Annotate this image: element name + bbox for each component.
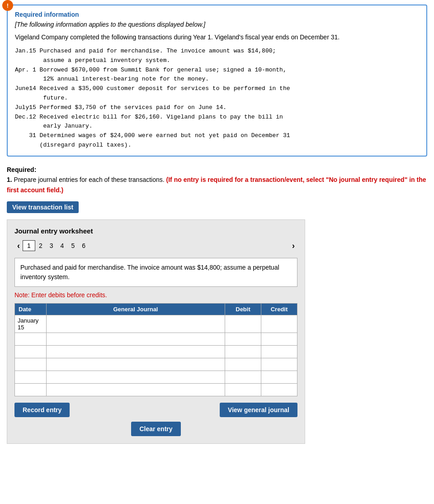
credit-input-5[interactable] <box>264 374 294 380</box>
date-cell-5 <box>15 371 47 383</box>
date-cell-2 <box>15 333 47 345</box>
page-3[interactable]: 3 <box>46 241 57 251</box>
gj-input-2[interactable] <box>49 336 222 342</box>
page-2[interactable]: 2 <box>35 241 46 251</box>
italic-line: [The following information applies to th… <box>15 21 419 28</box>
prev-page-button[interactable]: ‹ <box>14 240 23 252</box>
debit-cell-2[interactable] <box>225 333 261 345</box>
date-cell-4 <box>15 358 47 371</box>
gj-input-4[interactable] <box>49 361 222 368</box>
credit-input-1[interactable] <box>264 320 294 327</box>
gj-input-6[interactable] <box>49 386 222 393</box>
pagination: ‹ 1 2 3 4 5 6 › <box>14 240 297 252</box>
date-cell-6 <box>15 383 47 396</box>
buttons-row: Record entry View general journal <box>14 403 297 417</box>
credit-input-4[interactable] <box>264 361 294 368</box>
gj-cell-4[interactable] <box>47 358 225 371</box>
gj-cell-6[interactable] <box>47 383 225 396</box>
required-section: Required: 1. Prepare journal entries for… <box>7 165 427 195</box>
credit-cell-6[interactable] <box>261 383 297 396</box>
required-info-title: Required information <box>15 11 419 18</box>
table-row <box>15 345 297 358</box>
credit-input-2[interactable] <box>264 336 294 342</box>
note-text: Note: Enter debits before credits. <box>14 291 297 299</box>
required-instruction: Prepare journal entries for each of thes… <box>14 176 165 183</box>
gj-cell-2[interactable] <box>47 333 225 345</box>
date-cell-3 <box>15 345 47 358</box>
table-row: January15 <box>15 315 297 333</box>
page-4[interactable]: 4 <box>57 241 68 251</box>
debit-input-3[interactable] <box>228 348 258 355</box>
clear-entry-button[interactable]: Clear entry <box>131 422 180 436</box>
journal-panel-title: Journal entry worksheet <box>14 227 297 235</box>
credit-cell-3[interactable] <box>261 345 297 358</box>
credit-cell-5[interactable] <box>261 371 297 383</box>
date-cell-1: January15 <box>15 315 47 333</box>
clear-entry-row: Clear entry <box>14 422 297 436</box>
gj-cell-5[interactable] <box>47 371 225 383</box>
debit-cell-5[interactable] <box>225 371 261 383</box>
transactions-text: Jan.15 Purchased and paid for merchandis… <box>15 47 419 150</box>
col-header-credit: Credit <box>261 303 297 315</box>
gj-input-1[interactable] <box>49 320 222 327</box>
debit-input-1[interactable] <box>228 320 258 327</box>
debit-cell-6[interactable] <box>225 383 261 396</box>
page-6[interactable]: 6 <box>78 241 89 251</box>
gj-cell-3[interactable] <box>47 345 225 358</box>
credit-input-6[interactable] <box>264 386 294 393</box>
table-row <box>15 358 297 371</box>
gj-input-5[interactable] <box>49 374 222 380</box>
debit-input-4[interactable] <box>228 361 258 368</box>
next-page-button[interactable]: › <box>289 240 297 252</box>
credit-input-3[interactable] <box>264 348 294 355</box>
gj-cell-1[interactable] <box>47 315 225 333</box>
required-label: Required: <box>7 166 36 173</box>
col-header-general-journal: General Journal <box>47 303 225 315</box>
view-transaction-list-button[interactable]: View transaction list <box>7 201 79 213</box>
info-box: ! Required information [The following in… <box>7 5 427 157</box>
debit-cell-1[interactable] <box>225 315 261 333</box>
view-general-journal-button[interactable]: View general journal <box>220 403 297 417</box>
journal-panel: Journal entry worksheet ‹ 1 2 3 4 5 6 › … <box>7 219 305 444</box>
credit-cell-1[interactable] <box>261 315 297 333</box>
page-5[interactable]: 5 <box>67 241 78 251</box>
transaction-description: Purchased and paid for merchandise. The … <box>14 258 297 287</box>
debit-input-6[interactable] <box>228 386 258 393</box>
credit-cell-2[interactable] <box>261 333 297 345</box>
debit-input-5[interactable] <box>228 374 258 380</box>
page-1[interactable]: 1 <box>23 240 35 251</box>
table-row <box>15 383 297 396</box>
table-row <box>15 333 297 345</box>
debit-cell-4[interactable] <box>225 358 261 371</box>
gj-input-3[interactable] <box>49 348 222 355</box>
intro-text: Vigeland Company completed the following… <box>15 33 419 42</box>
col-header-date: Date <box>15 303 47 315</box>
record-entry-button[interactable]: Record entry <box>14 403 70 417</box>
credit-cell-4[interactable] <box>261 358 297 371</box>
journal-table: Date General Journal Debit Credit Januar… <box>14 303 297 396</box>
required-number: 1. <box>7 176 12 183</box>
col-header-debit: Debit <box>225 303 261 315</box>
debit-input-2[interactable] <box>228 336 258 342</box>
table-row <box>15 371 297 383</box>
info-icon: ! <box>2 0 13 11</box>
debit-cell-3[interactable] <box>225 345 261 358</box>
